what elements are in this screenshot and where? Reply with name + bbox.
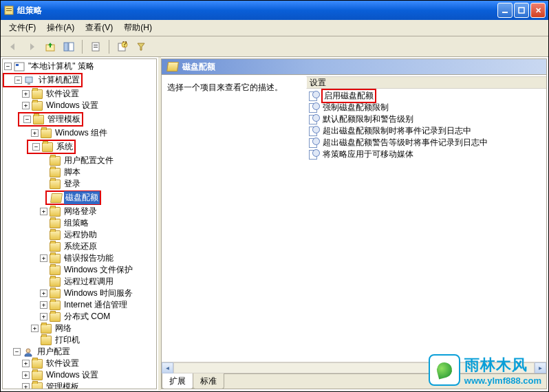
folder-icon <box>42 142 53 152</box>
policy-setting-icon <box>309 102 320 113</box>
watermark-logo <box>429 354 460 386</box>
tree-item[interactable]: +管理模板 <box>3 381 156 389</box>
svg-rect-1 <box>6 8 12 9</box>
folder-open-icon <box>166 62 179 72</box>
svg-rect-16 <box>25 77 32 83</box>
svg-text:?: ? <box>122 41 127 49</box>
folder-icon <box>41 324 52 334</box>
setting-item[interactable]: 强制磁盘配额限制 <box>306 102 546 113</box>
tree-item[interactable]: 打印机 <box>3 334 156 346</box>
tree-computer-config[interactable]: −计算机配置 <box>4 74 81 86</box>
folder-icon <box>32 101 43 111</box>
tree-root[interactable]: −"本地计算机" 策略 <box>3 61 156 72</box>
content-pane: 磁盘配额 选择一个项目来查看它的描述。 设置 启用磁盘配额 强制磁盘配额限制 默… <box>161 58 547 389</box>
svg-rect-14 <box>14 63 24 71</box>
svg-rect-2 <box>6 10 12 11</box>
tree-admin-templates[interactable]: −管理模板 <box>19 113 82 125</box>
folder-icon <box>32 89 43 99</box>
menu-view[interactable]: 查看(V) <box>80 21 118 35</box>
tree-item[interactable]: +软件设置 <box>3 358 156 369</box>
menu-file[interactable]: 文件(F) <box>3 21 41 35</box>
show-hide-tree-button[interactable] <box>61 39 77 55</box>
svg-rect-6 <box>64 43 68 51</box>
content-title: 磁盘配额 <box>182 61 215 73</box>
folder-icon <box>33 115 44 124</box>
tab-standard[interactable]: 标准 <box>193 373 224 389</box>
tree-item[interactable]: 用户配置文件 <box>3 155 156 166</box>
tree-item[interactable]: +软件设置 <box>3 88 156 100</box>
svg-rect-10 <box>94 47 98 47</box>
policy-setting-icon <box>309 138 320 148</box>
setting-item[interactable]: 将策略应用于可移动媒体 <box>306 149 546 160</box>
tree-item[interactable]: +Windows 时间服务 <box>3 287 156 299</box>
minimize-button[interactable] <box>497 3 513 18</box>
tree-user-config[interactable]: −用户配置 <box>3 346 156 358</box>
tree-item[interactable]: Windows 文件保护 <box>3 264 156 276</box>
policy-setting-icon <box>309 91 320 101</box>
folder-icon <box>50 289 61 298</box>
folder-icon <box>50 301 61 310</box>
policy-setting-icon <box>309 126 320 136</box>
folder-icon <box>50 219 61 228</box>
folder-icon <box>50 312 61 322</box>
folder-icon <box>50 179 61 189</box>
watermark-url: www.ylmf888.com <box>464 375 541 386</box>
folder-icon <box>50 168 61 177</box>
folder-icon <box>50 242 61 252</box>
folder-open-icon <box>50 193 63 203</box>
folder-icon <box>32 359 43 369</box>
tree-system[interactable]: −系统 <box>28 141 74 153</box>
tree-disk-quota[interactable]: 磁盘配额 <box>47 192 100 204</box>
svg-rect-9 <box>94 45 98 45</box>
tree-item[interactable]: +Windows 组件 <box>3 127 156 139</box>
folder-icon <box>41 336 52 345</box>
tree-item[interactable]: 组策略 <box>3 217 156 229</box>
tree-item[interactable]: 远程过程调用 <box>3 276 156 287</box>
close-button[interactable]: ✕ <box>530 3 546 18</box>
menu-bar: 文件(F) 操作(A) 查看(V) 帮助(H) <box>1 20 548 36</box>
scroll-left-arrow[interactable]: ◄ <box>162 362 173 373</box>
svg-rect-17 <box>28 83 30 85</box>
tree-item[interactable]: +Internet 通信管理 <box>3 299 156 311</box>
tree-item[interactable]: +Windows 设置 <box>3 100 156 111</box>
folder-icon <box>50 254 61 263</box>
setting-item[interactable]: 超出磁盘配额警告等级时将事件记录到日志中 <box>306 137 546 149</box>
tree-item[interactable]: 脚本 <box>3 166 156 178</box>
tree-item[interactable]: +网络 <box>3 323 156 334</box>
properties-button[interactable] <box>87 39 104 55</box>
column-header-setting[interactable]: 设置 <box>306 76 546 89</box>
folder-icon <box>50 265 61 275</box>
maximize-button[interactable] <box>514 3 529 18</box>
folder-icon <box>50 230 61 240</box>
tab-extended[interactable]: 扩展 <box>162 373 193 389</box>
filter-button[interactable] <box>133 39 149 55</box>
menu-help[interactable]: 帮助(H) <box>118 21 158 35</box>
folder-icon <box>50 207 61 217</box>
back-button <box>5 39 21 55</box>
tree-item[interactable]: 系统还原 <box>3 241 156 252</box>
policy-icon <box>14 62 25 72</box>
policy-setting-icon <box>309 149 320 160</box>
tree-item[interactable]: +错误报告功能 <box>3 252 156 264</box>
tree-item[interactable]: +网络登录 <box>3 206 156 217</box>
tree-item[interactable]: +分布式 COM <box>3 311 156 323</box>
help-button[interactable]: ? <box>114 39 131 55</box>
window-title: 组策略 <box>17 5 497 17</box>
toolbar: ? <box>1 36 548 57</box>
setting-item[interactable]: 默认配额限制和警告级别 <box>306 113 546 125</box>
tree-pane[interactable]: −"本地计算机" 策略 −计算机配置 +软件设置 +Windows 设置 −管理… <box>2 58 157 389</box>
tree-item[interactable]: +Windows 设置 <box>3 369 156 381</box>
svg-point-18 <box>26 349 30 353</box>
setting-item[interactable]: 超出磁盘配额限制时将事件记录到日志中 <box>306 125 546 137</box>
svg-rect-7 <box>69 43 74 51</box>
up-button[interactable] <box>42 39 58 55</box>
menu-action[interactable]: 操作(A) <box>41 21 80 35</box>
tree-item[interactable]: 登录 <box>3 178 156 190</box>
folder-icon <box>32 371 43 380</box>
svg-rect-4 <box>519 8 524 13</box>
folder-icon <box>41 129 52 138</box>
setting-item-enable[interactable]: 启用磁盘配额 <box>306 90 546 102</box>
tree-item[interactable]: 远程协助 <box>3 229 156 241</box>
computer-icon <box>24 76 35 85</box>
watermark: 雨林木风 www.ylmf888.com <box>429 354 541 386</box>
